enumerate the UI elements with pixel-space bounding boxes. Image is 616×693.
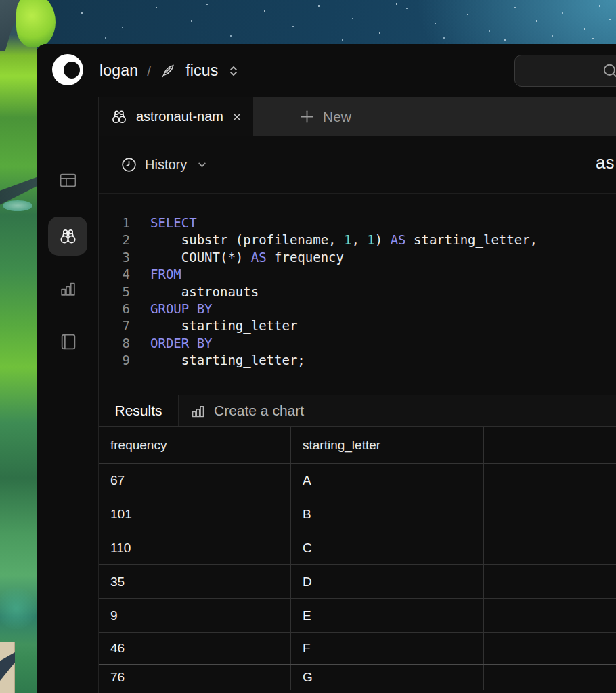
table-cell[interactable] xyxy=(484,633,616,664)
create-chart-label: Create a chart xyxy=(214,403,304,419)
table-row: 35D xyxy=(99,565,616,599)
column-header-frequency[interactable]: frequency xyxy=(99,427,291,463)
table-cell[interactable] xyxy=(484,565,616,598)
code-line[interactable]: 8ORDER BY xyxy=(99,335,616,352)
binoculars-icon xyxy=(110,108,128,126)
tab-astronaut-naming[interactable]: astronaut-namin xyxy=(99,97,253,136)
table-cell[interactable]: 9 xyxy=(99,599,291,632)
sidebar xyxy=(37,97,99,693)
quill-icon xyxy=(160,62,177,79)
table-cell[interactable]: 67 xyxy=(99,464,291,497)
table-cell[interactable]: 46 xyxy=(99,633,291,664)
sql-editor[interactable]: 1SELECT2 substr (profilename, 1, 1) AS s… xyxy=(99,193,616,395)
results-tab[interactable]: Results xyxy=(99,395,178,426)
column-header-starting-letter[interactable]: starting_letter xyxy=(291,427,484,463)
binoculars-icon xyxy=(58,227,78,246)
sidebar-item-docs[interactable] xyxy=(48,321,87,361)
line-number: 9 xyxy=(99,352,130,369)
table-row: 67A xyxy=(99,464,616,497)
table-cell[interactable]: 35 xyxy=(99,565,291,598)
line-number: 5 xyxy=(99,284,130,300)
code-line[interactable]: 2 substr (profilename, 1, 1) AS starting… xyxy=(99,231,616,248)
sidebar-item-tables[interactable] xyxy=(48,160,87,200)
code-lines: 1SELECT2 substr (profilename, 1, 1) AS s… xyxy=(99,215,616,370)
selector-chevrons-icon[interactable] xyxy=(228,65,239,77)
table-cell[interactable] xyxy=(484,599,616,632)
book-icon xyxy=(59,332,77,351)
search-icon xyxy=(602,62,616,80)
table-cell[interactable]: 101 xyxy=(99,497,291,531)
table-cell[interactable]: 76 xyxy=(99,665,291,690)
line-number: 2 xyxy=(99,231,130,248)
tab-label: astronaut-namin xyxy=(136,109,223,125)
sidebar-item-charts[interactable] xyxy=(48,269,87,308)
table-row: 76G xyxy=(99,665,616,690)
line-number: 4 xyxy=(99,266,130,283)
table-cell[interactable] xyxy=(484,665,616,690)
table-row: 110C xyxy=(99,531,616,565)
table-cell[interactable]: G xyxy=(291,665,484,690)
code-text: ORDER BY xyxy=(130,335,213,352)
app-window: logan / ficus xyxy=(37,44,616,693)
workspace-name[interactable]: logan xyxy=(100,62,138,80)
query-title-truncated: as xyxy=(596,152,614,173)
search-input[interactable] xyxy=(514,55,616,87)
line-number: 3 xyxy=(99,249,130,266)
line-number: 6 xyxy=(99,300,130,317)
code-line[interactable]: 5 astronauts xyxy=(99,284,616,300)
table-cell[interactable]: 110 xyxy=(99,531,291,564)
bar-chart-icon xyxy=(59,280,77,298)
sidebar-item-database[interactable] xyxy=(48,686,87,693)
code-text: starting_letter xyxy=(130,317,297,334)
code-text: FROM xyxy=(130,266,181,283)
create-chart-button[interactable]: Create a chart xyxy=(178,395,616,426)
database-name[interactable]: ficus xyxy=(185,62,218,80)
chevron-down-icon xyxy=(197,160,207,170)
history-label: History xyxy=(145,157,187,173)
chart-icon xyxy=(190,403,206,419)
table-cell[interactable] xyxy=(484,531,616,564)
tab-bar: astronaut-namin New xyxy=(99,97,616,136)
table-cell[interactable]: A xyxy=(291,464,484,497)
leaf-highlight xyxy=(3,200,32,211)
code-line[interactable]: 1SELECT xyxy=(99,215,616,231)
code-text: COUNT(*) AS frequency xyxy=(130,249,344,266)
table-icon xyxy=(59,171,77,189)
code-line[interactable]: 4FROM xyxy=(99,266,616,283)
clock-icon xyxy=(120,156,137,173)
code-text: substr (profilename, 1, 1) AS starting_l… xyxy=(130,231,537,248)
table-cell[interactable] xyxy=(484,497,616,531)
column-header-empty xyxy=(484,427,616,463)
results-bar: Results Create a chart xyxy=(99,395,616,427)
table-row: 9E xyxy=(99,599,616,633)
code-line[interactable]: 3 COUNT(*) AS frequency xyxy=(99,249,616,266)
close-tab-icon[interactable] xyxy=(231,111,243,123)
line-number: 7 xyxy=(99,317,130,334)
table-cell[interactable]: C xyxy=(291,531,484,564)
line-number: 8 xyxy=(99,335,130,352)
table-cell[interactable] xyxy=(484,464,616,497)
top-bar: logan / ficus xyxy=(37,44,616,97)
code-line[interactable]: 6GROUP BY xyxy=(99,300,616,317)
code-line[interactable]: 7 starting_letter xyxy=(99,317,616,334)
breadcrumb: logan / ficus xyxy=(100,44,239,97)
line-number: 1 xyxy=(99,215,130,231)
history-dropdown[interactable]: History xyxy=(120,136,207,193)
table-cell[interactable]: F xyxy=(291,633,484,664)
new-tab-button[interactable]: New xyxy=(290,97,351,136)
leaves-cluster xyxy=(16,0,56,47)
table-header-row: frequency starting_letter xyxy=(99,427,616,464)
sidebar-item-queries[interactable] xyxy=(48,217,87,256)
table-cell[interactable]: B xyxy=(291,497,484,531)
table-cell[interactable]: E xyxy=(291,599,484,632)
results-table: frequency starting_letter 67A101B110C35D… xyxy=(99,427,616,693)
table-cell[interactable]: D xyxy=(291,565,484,598)
table-body: 67A101B110C35D9E46F76G xyxy=(99,464,616,690)
code-text: GROUP BY xyxy=(130,300,213,317)
code-text: SELECT xyxy=(130,215,197,231)
plus-icon xyxy=(299,109,315,125)
code-line[interactable]: 9 starting_letter; xyxy=(99,352,616,369)
code-text: starting_letter; xyxy=(130,352,305,369)
outerbase-logo[interactable] xyxy=(52,54,83,85)
code-text: astronauts xyxy=(130,284,259,300)
